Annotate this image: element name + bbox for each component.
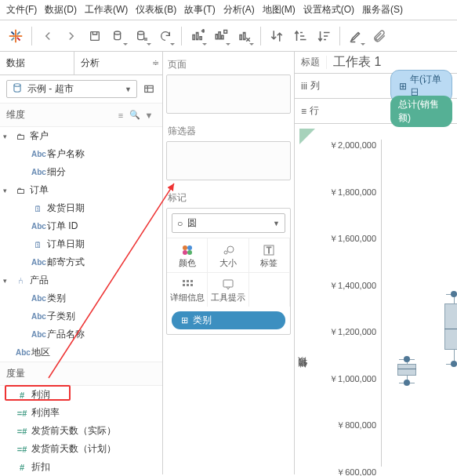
marks-detail[interactable]: 详细信息 <box>167 272 208 307</box>
menu-map[interactable]: 地图(M) <box>263 3 296 16</box>
field-segment[interactable]: Abc细分 <box>0 163 162 181</box>
marks-size[interactable]: 大小 <box>208 238 248 272</box>
collapse-pane-button[interactable]: ≑ <box>148 52 162 74</box>
field-order-id[interactable]: Abc订单 ID <box>0 217 162 235</box>
find-field-button[interactable]: 🔍 <box>128 110 142 120</box>
refresh-button[interactable] <box>154 25 176 47</box>
svg-text:T: T <box>267 246 271 255</box>
svg-text:+: + <box>201 29 205 35</box>
field-region[interactable]: Abc地区 <box>0 343 162 362</box>
marks-tooltip[interactable]: 工具提示 <box>208 272 248 307</box>
tab-data[interactable]: 数据 <box>0 52 74 74</box>
redo-button[interactable] <box>60 25 82 47</box>
svg-rect-19 <box>240 35 241 39</box>
svg-line-3 <box>17 31 20 35</box>
y-tick: ￥1,000,000 <box>318 373 376 385</box>
svg-rect-43 <box>183 284 185 286</box>
duplicate-sheet-button[interactable] <box>210 25 232 47</box>
menu-worksheet[interactable]: 工作表(W) <box>85 3 128 16</box>
pages-shelf[interactable]: 页面 <box>166 55 291 114</box>
tableau-logo[interactable] <box>5 25 27 47</box>
highlight-button[interactable] <box>345 25 367 47</box>
field-product-name[interactable]: Abc产品名称 <box>0 325 162 343</box>
svg-rect-15 <box>216 34 217 38</box>
new-worksheet-button[interactable]: + <box>187 25 209 47</box>
number-calc-icon: =# <box>16 427 28 436</box>
calendar-icon: 🗓 <box>31 240 44 249</box>
view-pane: 标题 工作表 1 iii列 ⊞年(订单日 ≡行 总计(销售额) 销售额 ￥2,0… <box>295 52 457 474</box>
y-tick: ￥600,000 <box>318 467 376 476</box>
rows-pill-sales[interactable]: 总计(销售额) <box>390 96 452 127</box>
marks-color[interactable]: 颜色 <box>167 238 208 272</box>
field-customer-name[interactable]: Abc客户名称 <box>0 145 162 163</box>
dimensions-menu-button[interactable]: ▼ <box>142 111 156 120</box>
folder-order[interactable]: ▾🗀订单 <box>0 181 162 199</box>
field-ship-mode[interactable]: Abc邮寄方式 <box>0 253 162 271</box>
view-as-list-button[interactable]: ≡ <box>114 111 128 120</box>
hierarchy-product[interactable]: ▾⑃产品 <box>0 271 162 289</box>
field-category[interactable]: Abc类别 <box>0 289 162 307</box>
datasource-select[interactable]: 示例 - 超市 ▼ <box>6 80 137 98</box>
field-ship-date[interactable]: 🗓发货日期 <box>0 199 162 217</box>
color-icon <box>167 243 207 257</box>
svg-point-36 <box>224 251 227 254</box>
field-discount[interactable]: #折扣 <box>0 458 162 474</box>
svg-point-8 <box>138 31 144 35</box>
field-ship-days-plan[interactable]: =#发货前天数（计划） <box>0 440 162 458</box>
attach-button[interactable] <box>368 25 390 47</box>
save-button[interactable] <box>84 25 106 47</box>
pages-label: 页面 <box>166 55 291 74</box>
menu-data[interactable]: 数据(D) <box>45 3 77 16</box>
marks-pill-category[interactable]: ⊞ 类别 <box>172 311 285 329</box>
svg-rect-45 <box>190 284 193 286</box>
svg-point-37 <box>227 246 234 253</box>
menu-story[interactable]: 故事(T) <box>184 3 215 16</box>
data-pane: 数据 分析 ≑ 示例 - 超市 ▼ 维度 ≡ 🔍 ▼ <box>0 52 163 474</box>
svg-point-34 <box>183 250 187 255</box>
measures-heading: 度量 <box>6 367 25 380</box>
pause-updates-button[interactable] <box>131 25 153 47</box>
tooltip-icon <box>208 278 248 292</box>
calendar-icon: 🗓 <box>31 204 44 213</box>
undo-button[interactable] <box>37 25 59 47</box>
rows-shelf-label: ≡行 <box>295 104 386 118</box>
title-label: 标题 <box>295 56 327 69</box>
svg-rect-29 <box>145 85 154 92</box>
field-profit-ratio[interactable]: =#利润率 <box>0 404 162 422</box>
rows-icon: ≡ <box>301 106 306 117</box>
abc-icon: Abc <box>31 330 44 339</box>
tab-analysis[interactable]: 分析 <box>74 52 148 74</box>
svg-point-33 <box>187 245 192 250</box>
field-order-date[interactable]: 🗓订单日期 <box>0 235 162 253</box>
sort-asc-button[interactable] <box>289 25 311 47</box>
swap-button[interactable] <box>266 25 288 47</box>
menu-analysis[interactable]: 分析(A) <box>223 3 255 16</box>
sort-desc-button[interactable] <box>313 25 335 47</box>
rows-shelf[interactable]: 总计(销售额) <box>386 96 457 127</box>
svg-rect-44 <box>187 284 189 286</box>
svg-rect-12 <box>197 32 198 39</box>
menu-file[interactable]: 文件(F) <box>6 3 37 16</box>
svg-rect-16 <box>219 31 220 38</box>
y-tick: ￥1,600,000 <box>318 233 376 245</box>
new-datasource-button[interactable] <box>107 25 129 47</box>
menu-format[interactable]: 设置格式(O) <box>303 3 354 16</box>
marks-label[interactable]: T标签 <box>249 238 290 272</box>
visualization[interactable]: 销售额 ￥2,000,000￥1,800,000￥1,600,000￥1,400… <box>295 124 457 474</box>
svg-point-28 <box>14 84 20 87</box>
field-ship-days-actual[interactable]: =#发货前天数（实际） <box>0 422 162 440</box>
marks-empty-cell <box>249 272 290 307</box>
field-subcategory[interactable]: Abc子类别 <box>0 307 162 325</box>
marks-type-select[interactable]: ○ 圆 ▼ <box>172 213 285 233</box>
folder-icon: 🗀 <box>14 186 27 195</box>
menu-dashboard[interactable]: 仪表板(B) <box>136 3 176 16</box>
clear-sheet-button[interactable] <box>234 25 256 47</box>
worksheet-title[interactable]: 工作表 1 <box>327 54 387 71</box>
svg-line-5 <box>17 37 20 40</box>
menu-server[interactable]: 服务器(S) <box>362 3 403 16</box>
columns-shelf-label: iii列 <box>295 79 386 93</box>
view-data-button[interactable] <box>142 82 156 96</box>
folder-customer[interactable]: ▾🗀客户 <box>0 127 162 145</box>
dimensions-heading: 维度 <box>6 108 25 122</box>
filters-shelf[interactable]: 筛选器 <box>166 122 291 180</box>
